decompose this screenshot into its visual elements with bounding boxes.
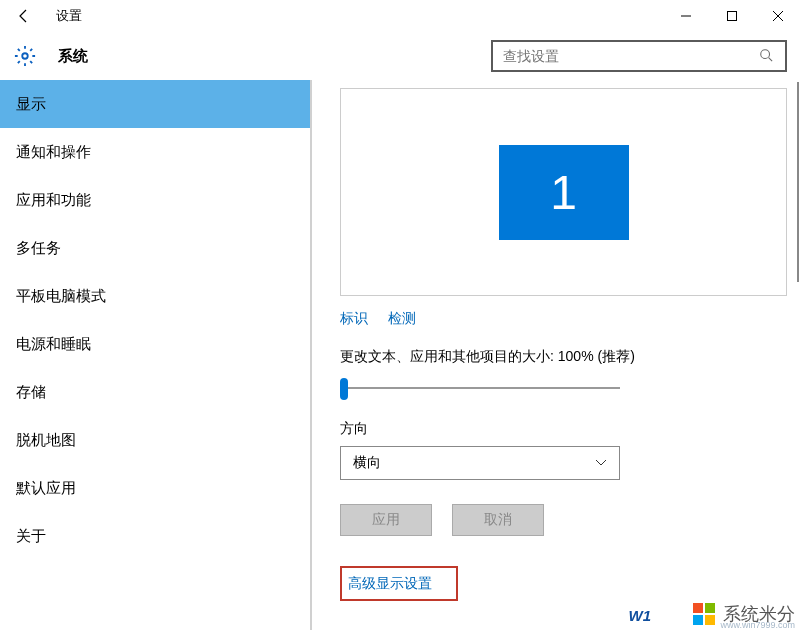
- scroll-thumb[interactable]: [797, 82, 799, 282]
- sidebar-item-4[interactable]: 平板电脑模式: [0, 272, 312, 320]
- orientation-select[interactable]: 横向: [340, 446, 620, 480]
- content: 显示通知和操作应用和功能多任务平板电脑模式电源和睡眠存储脱机地图默认应用关于 1…: [0, 80, 801, 630]
- header: 系统: [0, 32, 801, 80]
- sidebar-item-0[interactable]: 显示: [0, 80, 312, 128]
- search-input[interactable]: [503, 48, 759, 64]
- monitor-1[interactable]: 1: [499, 145, 629, 240]
- sidebar: 显示通知和操作应用和功能多任务平板电脑模式电源和睡眠存储脱机地图默认应用关于: [0, 80, 312, 630]
- sidebar-item-6[interactable]: 存储: [0, 368, 312, 416]
- close-button[interactable]: [755, 0, 801, 32]
- search-box[interactable]: [491, 40, 787, 72]
- scale-slider[interactable]: [340, 378, 620, 398]
- gear-icon: [14, 45, 36, 67]
- window-controls: [663, 0, 801, 32]
- maximize-button[interactable]: [709, 0, 755, 32]
- titlebar: 设置: [0, 0, 801, 32]
- monitor-preview: 1: [340, 88, 787, 296]
- detect-link[interactable]: 检测: [388, 310, 416, 326]
- watermark-url: www.win7999.com: [720, 620, 795, 630]
- identify-link[interactable]: 标识: [340, 310, 368, 326]
- sidebar-item-2[interactable]: 应用和功能: [0, 176, 312, 224]
- main-panel: 1 标识 检测 更改文本、应用和其他项目的大小: 100% (推荐) 方向 横向…: [312, 80, 801, 630]
- svg-point-4: [22, 53, 28, 59]
- window-title: 设置: [56, 7, 82, 25]
- sidebar-item-3[interactable]: 多任务: [0, 224, 312, 272]
- scale-label: 更改文本、应用和其他项目的大小: 100% (推荐): [340, 348, 787, 366]
- back-button[interactable]: [0, 0, 48, 32]
- cancel-button[interactable]: 取消: [452, 504, 544, 536]
- button-row: 应用 取消: [340, 504, 787, 536]
- sidebar-item-1[interactable]: 通知和操作: [0, 128, 312, 176]
- watermark-wt: W1: [629, 607, 652, 624]
- advanced-highlight: 高级显示设置: [340, 566, 458, 601]
- chevron-down-icon: [595, 456, 607, 470]
- apply-button[interactable]: 应用: [340, 504, 432, 536]
- advanced-display-link[interactable]: 高级显示设置: [348, 575, 432, 591]
- scrollbar[interactable]: [789, 80, 801, 630]
- sidebar-item-7[interactable]: 脱机地图: [0, 416, 312, 464]
- svg-line-6: [769, 58, 773, 62]
- orientation-value: 横向: [353, 454, 381, 472]
- sidebar-item-5[interactable]: 电源和睡眠: [0, 320, 312, 368]
- svg-point-5: [761, 50, 770, 59]
- page-title: 系统: [58, 47, 88, 66]
- orientation-label: 方向: [340, 420, 787, 438]
- search-icon: [759, 48, 775, 64]
- sidebar-item-9[interactable]: 关于: [0, 512, 312, 560]
- slider-thumb[interactable]: [340, 378, 348, 400]
- slider-track: [340, 387, 620, 389]
- display-links: 标识 检测: [340, 310, 787, 328]
- sidebar-item-8[interactable]: 默认应用: [0, 464, 312, 512]
- minimize-button[interactable]: [663, 0, 709, 32]
- windows-logo-icon: [693, 603, 715, 625]
- svg-rect-1: [728, 12, 737, 21]
